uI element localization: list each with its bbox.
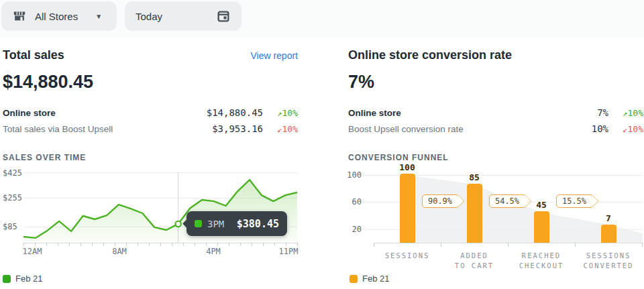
sales-chart-legend: Feb 21 [3,274,42,284]
sales-over-time-chart: $425 $255 $85 12AM 8AM 4PM 11PM 3PM $380… [0,161,309,275]
funnel-bar [400,174,415,243]
row-value: 7% [541,107,608,118]
trend-up-icon: ↗ [277,109,282,118]
conversion-rate-badge: 54.5% [489,194,527,208]
view-report-link[interactable]: View report [250,50,298,61]
row-label: Online store [348,108,541,118]
x-axis-tick: 4PM [206,247,221,256]
total-sales-panel: Total sales View report $14,880.45 Onlin… [3,48,298,162]
y-axis-tick: 100 [343,170,362,180]
row-value: $3,953.16 [182,123,263,134]
category-label: SESSIONSCONVERTED [584,251,634,271]
bar-value-label: 45 [536,200,547,210]
tooltip-time: 3PM [207,219,224,229]
trend-down-icon: ↙ [623,125,627,134]
delta-value: 10% [628,108,643,118]
x-axis-tick: 11PM [279,247,299,256]
chevron-down-icon: ▼ [95,13,102,20]
row-label: Online store [3,108,182,118]
category-label: ADDEDTO CART [455,251,494,271]
delta-value: 10% [282,108,298,118]
trend-up-badge: ↗10% [608,108,643,118]
legend-swatch [350,275,358,283]
axis-tick [575,243,576,247]
top-filter-bar: All Stores ▼ Today [0,0,644,38]
conversion-row-boost-upsell: Boost Upsell conversion rate 10% ↙10% [348,121,643,137]
series-color-swatch [195,220,202,227]
x-axis-tick: 12AM [23,247,42,256]
funnel-bar [534,211,549,243]
funnel-bar [601,225,616,243]
trend-down-badge: ↙10% [263,124,298,134]
sales-row-boost-upsell: Total sales via Boost Upsell $3,953.16 ↙… [3,121,298,137]
delta-value: 10% [628,124,643,134]
y-axis-tick: 60 [343,197,362,207]
conversion-funnel-chart: 1006020100SESSIONS85ADDEDTO CART45REACHE… [339,161,644,275]
conversion-rate-badge: 15.5% [556,194,594,208]
date-selector-button[interactable]: Today [125,1,241,31]
category-label: SESSIONS [385,251,430,261]
axis-tick [642,243,643,247]
total-sales-title: Total sales [3,48,64,62]
sales-row-online-store: Online store $14,880.45 ↗10% [3,105,298,121]
legend-label: Feb 21 [362,274,389,284]
x-axis-ticks [23,243,298,246]
bar-value-label: 85 [469,172,480,182]
tooltip-value: $380.45 [229,218,279,230]
axis-tick [441,243,441,247]
conversion-rate-value: 7% [348,72,643,93]
conversion-breakdown: Online store 7% ↗10% Boost Upsell conver… [348,105,643,137]
sales-breakdown: Online store $14,880.45 ↗10% Total sales… [3,105,298,137]
total-sales-amount: $14,880.45 [3,72,298,93]
store-selector-label: All Stores [35,11,78,22]
bar-value-label: 100 [399,162,415,172]
delta-value: 10% [282,124,298,134]
store-selector-button[interactable]: All Stores ▼ [1,1,117,31]
conversion-rate-badge: 90.9% [422,194,460,208]
axis-tick [374,243,374,247]
category-label: REACHEDCHECKOUT [519,251,564,271]
row-label: Boost Upsell conversion rate [348,124,541,134]
conversion-rate-panel: Online store conversion rate 7% Online s… [348,48,643,162]
conversion-row-online-store: Online store 7% ↗10% [348,105,643,121]
bar-value-label: 7 [606,213,611,223]
trend-up-icon: ↗ [623,109,627,118]
funnel-chart-legend: Feb 21 [350,274,389,284]
trend-up-badge: ↗10% [263,108,298,118]
hover-point-marker [175,221,180,227]
legend-swatch [3,275,11,283]
chart-tooltip: 3PM $380.45 [186,211,287,236]
row-value: $14,880.45 [182,107,263,118]
legend-label: Feb 21 [15,274,42,284]
trend-down-badge: ↙10% [608,124,643,134]
x-axis-tick: 8AM [112,247,127,256]
date-selector-label: Today [136,11,162,22]
calendar-icon [216,9,231,23]
trend-down-icon: ↙ [277,125,282,134]
y-axis-tick: 20 [343,225,362,234]
conversion-rate-title: Online store conversion rate [348,48,512,62]
row-label: Total sales via Boost Upsell [3,124,182,134]
funnel-bar [467,184,482,243]
axis-tick [508,243,508,247]
row-value: 10% [541,123,608,134]
storefront-icon [12,9,27,23]
